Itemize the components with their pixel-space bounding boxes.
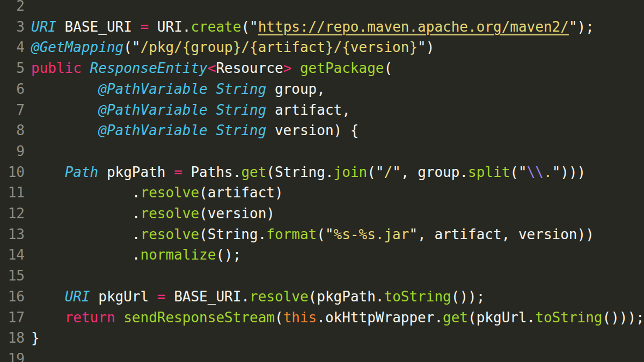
function-token: getPackage xyxy=(300,60,384,76)
code-line[interactable]: 9 xyxy=(0,141,644,162)
code-line[interactable]: 10 Path pkgPath = Paths.get(String.join(… xyxy=(0,162,644,183)
function-token: resolve xyxy=(250,289,309,305)
type-token: URI xyxy=(31,19,56,35)
line-number: 11 xyxy=(0,182,25,203)
text-token: ())); xyxy=(603,309,644,326)
code-line-content: URI pkgUrl = BASE_URI.resolve(pkgPath.to… xyxy=(31,286,485,307)
text-token: BASE_URI. xyxy=(165,289,250,305)
code-line[interactable]: 12 .resolve(version) xyxy=(0,203,644,224)
type-token: @GetMapping xyxy=(31,39,123,55)
line-number: 7 xyxy=(0,100,25,121)
text-token xyxy=(31,164,65,180)
code-line[interactable]: 14 .normalize(); xyxy=(0,245,644,265)
line-number: 16 xyxy=(0,286,25,307)
line-number: 8 xyxy=(0,120,25,141)
line-number: 9 xyxy=(0,141,25,162)
text-token: (" xyxy=(367,164,384,180)
text-token: (" xyxy=(317,226,333,242)
line-number: 5 xyxy=(0,58,25,79)
code-line[interactable]: 7 @PathVariable String artifact, xyxy=(0,100,644,121)
function-token: format xyxy=(266,226,317,242)
line-number: 18 xyxy=(0,328,25,349)
type-token: @PathVariable xyxy=(98,122,208,138)
line-number: 14 xyxy=(0,245,25,265)
code-line-content: Path pkgPath = Paths.get(String.join("/"… xyxy=(31,162,586,183)
text-token: version) { xyxy=(266,122,358,138)
url-token: https://repo.maven.apache.org/maven2/ xyxy=(258,19,569,35)
text-token xyxy=(82,60,90,76)
code-line-content: .normalize(); xyxy=(31,245,241,265)
string-token: %s-%s.jar xyxy=(334,226,409,242)
type-token: String xyxy=(216,102,266,118)
function-token: create xyxy=(191,19,241,35)
function-token: split xyxy=(468,164,510,180)
text-token: "); xyxy=(569,19,594,35)
text-token: ", group. xyxy=(392,164,468,180)
keyword-token: = xyxy=(141,19,149,35)
line-number: 10 xyxy=(0,162,25,183)
code-line-content: URI BASE_URI = URI.create("https://repo.… xyxy=(31,17,594,38)
text-token: . xyxy=(31,247,141,263)
text-token: ( xyxy=(275,309,283,326)
text-token: ", artifact, version)) xyxy=(409,226,594,242)
text-token: . xyxy=(31,184,141,201)
text-token xyxy=(31,102,98,118)
function-token: join xyxy=(334,164,368,180)
text-token: (version) xyxy=(199,205,275,221)
code-line[interactable]: 5public ResponseEntity<Resource> getPack… xyxy=(0,58,644,79)
text-token xyxy=(31,81,98,97)
code-line-content: @PathVariable String group, xyxy=(31,79,325,100)
text-token: } xyxy=(31,330,40,346)
code-line[interactable]: 4@GetMapping("/pkg/{group}/{artifact}/{v… xyxy=(0,37,644,58)
line-number: 15 xyxy=(0,265,25,286)
code-line-content: @PathVariable String artifact, xyxy=(31,100,350,121)
code-line[interactable]: 3URI BASE_URI = URI.create("https://repo… xyxy=(0,17,644,38)
text-token: . xyxy=(31,205,141,221)
text-token: (" xyxy=(510,164,526,180)
code-line-content: .resolve(String.format("%s-%s.jar", arti… xyxy=(31,224,594,245)
function-token: resolve xyxy=(141,205,200,221)
type-token: @PathVariable xyxy=(98,81,208,97)
code-line[interactable]: 13 .resolve(String.format("%s-%s.jar", a… xyxy=(0,224,644,245)
code-line-content: return sendResponseStream(this.okHttpWra… xyxy=(31,307,644,328)
function-token: get xyxy=(241,164,266,180)
line-number: 3 xyxy=(0,17,25,38)
function-token: toString xyxy=(535,309,602,326)
code-line[interactable]: 6 @PathVariable String group, xyxy=(0,79,644,100)
code-line[interactable]: 11 .resolve(artifact) xyxy=(0,182,644,203)
code-line[interactable]: 15 xyxy=(0,265,644,286)
code-line[interactable]: 16 URI pkgUrl = BASE_URI.resolve(pkgPath… xyxy=(0,286,644,307)
type-token: String xyxy=(216,122,266,138)
text-token: pkgPath xyxy=(98,164,174,180)
line-number: 17 xyxy=(0,307,25,328)
function-token: resolve xyxy=(141,184,200,201)
code-editor[interactable]: 23URI BASE_URI = URI.create("https://rep… xyxy=(0,0,644,362)
text-token: (pkgPath. xyxy=(309,289,384,305)
text-token xyxy=(31,309,65,326)
code-line-content: public ResponseEntity<Resource> getPacka… xyxy=(31,58,392,79)
escape-token: \\ xyxy=(527,164,544,180)
keyword-token: public xyxy=(31,60,82,76)
text-token: Paths. xyxy=(182,164,241,180)
code-line-content: .resolve(version) xyxy=(31,203,275,224)
type-token: ResponseEntity xyxy=(90,60,208,76)
keyword-token: = xyxy=(174,164,182,180)
code-line[interactable]: 8 @PathVariable String version) { xyxy=(0,120,644,141)
text-token xyxy=(31,122,98,138)
function-token: sendResponseStream xyxy=(123,309,275,326)
text-token: ()); xyxy=(451,289,485,305)
type-token: @PathVariable xyxy=(98,102,208,118)
code-line[interactable]: 18} xyxy=(0,328,644,349)
code-line[interactable]: 19 xyxy=(0,349,644,362)
line-number: 2 xyxy=(0,0,25,17)
keyword-token: > xyxy=(283,60,292,76)
text-token: "))) xyxy=(552,164,586,180)
code-line-content: @GetMapping("/pkg/{group}/{artifact}/{ve… xyxy=(31,37,434,58)
code-line-content: } xyxy=(31,328,40,349)
code-line[interactable]: 17 return sendResponseStream(this.okHttp… xyxy=(0,307,644,328)
function-token: normalize xyxy=(141,247,216,263)
text-token xyxy=(208,81,216,97)
function-token: toString xyxy=(384,289,451,305)
string-token: / xyxy=(384,164,393,180)
code-line[interactable]: 2 xyxy=(0,0,644,17)
